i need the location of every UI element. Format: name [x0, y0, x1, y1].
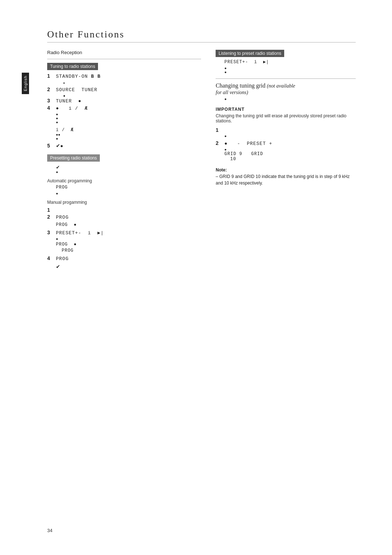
manual-step-3-row: 3 PRESET+- i ▶|	[47, 230, 201, 236]
listening-dot-1: ●	[224, 66, 356, 70]
important-label: IMPORTANT	[216, 107, 356, 112]
auto-prog-section: Automatic progamming PROG ●	[47, 178, 201, 195]
two-column-layout: Radio Reception Tuning to radio stations…	[47, 50, 356, 270]
manual-step-3-dot: ●	[56, 237, 201, 241]
grid-step-2-content: ● - PRESET +	[224, 141, 356, 146]
note-label: Note:	[216, 167, 356, 173]
divider-right-1	[216, 78, 356, 79]
changing-tuning-section: Changing tuning grid (not availablefor a…	[216, 82, 356, 101]
manual-step-3-num: 3	[47, 230, 56, 235]
listening-bullets: ● ●	[216, 66, 356, 74]
step-4-num: 4	[47, 105, 56, 111]
step-4-dot2-1: ●●	[56, 133, 201, 137]
page-title: Other Functions	[47, 29, 356, 42]
grid-step-2-bullet: ●	[216, 147, 356, 151]
listening-cmd: PRESET+- i ▶|	[216, 59, 356, 65]
step-4-dot-1: ●	[56, 112, 201, 116]
divider-1	[47, 59, 201, 59]
step-4-dot2-2: ●	[56, 137, 201, 141]
grid-step-1-num: 1	[216, 127, 224, 133]
manual-step-3-sub1: PROG ●	[47, 241, 201, 247]
grid-step-2-dot: ●	[224, 147, 356, 151]
grid-step-1-dot: ●	[224, 134, 356, 138]
manual-step-3-sub1-text: PROG ●	[56, 242, 77, 247]
manual-prog-label: Manual progamming	[47, 200, 201, 205]
auto-prog-bullet: ●	[47, 191, 201, 195]
step-4-content: ● i / Æ	[56, 106, 201, 111]
step-2-content: SOURCE TUNER	[56, 87, 201, 93]
presetting-bullets: ✔ ●	[47, 165, 201, 174]
manual-step-2-sub-text: PROG ●	[56, 222, 77, 227]
right-column: Listening to preset radio stations PRESE…	[216, 50, 356, 270]
step-3-content: TUNER ●	[56, 98, 201, 104]
note-section: Note: – GRID 9 and GRID 10 indicate that…	[216, 167, 356, 186]
heading-tuning: Tuning to radio stations	[47, 63, 98, 70]
step-1-num: 1	[47, 73, 56, 79]
grid-step-2-sub: GRID 9 GRID	[216, 151, 356, 157]
manual-prog-section: Manual progamming 1 2 PROG PROG ● 3	[47, 200, 201, 270]
page-container: English Other Functions Radio Reception …	[0, 0, 392, 555]
step-4-bullets2: ●● ●	[47, 133, 201, 141]
step-4-row: 4 ● i / Æ	[47, 105, 201, 111]
manual-step-3-bullet: ●	[47, 237, 201, 241]
step-5-content: ✔●	[56, 143, 201, 149]
manual-step-4-row: 4 PROG	[47, 255, 201, 262]
final-check-symbol: ✔	[56, 264, 60, 270]
presetting-dot: ●	[56, 170, 201, 174]
important-section: IMPORTANT Changing the tuning grid will …	[216, 107, 356, 123]
manual-step-4-content: PROG	[56, 256, 201, 262]
heading-changing-tuning: Changing tuning grid (not availablefor a…	[216, 82, 356, 96]
grid-cmd-1: GRID 9 GRID	[224, 151, 263, 157]
language-tab: English	[22, 73, 29, 94]
step-5-row: 5 ✔●	[47, 143, 201, 149]
important-text: Changing the tuning grid will erase all …	[216, 113, 356, 123]
listening-dot-2: ●	[224, 70, 356, 74]
heading-presetting: Presetting radio stations	[47, 154, 100, 162]
step-3-row: 3 TUNER ●	[47, 98, 201, 104]
step-1-bullet	[47, 80, 201, 85]
grid-step-1-row: 1	[216, 127, 356, 133]
note-text: – GRID 9 and GRID 10 indicate that the t…	[216, 173, 356, 186]
step-4-dot-2: ●	[56, 116, 201, 120]
manual-step-4-num: 4	[47, 255, 56, 261]
step-5-num: 5	[47, 143, 56, 149]
grid-step-1-content	[224, 127, 356, 133]
step-4-extra-cmd: i / Æ	[56, 127, 74, 133]
manual-step-1-content	[56, 207, 201, 213]
step-1-bullet-1	[63, 80, 201, 85]
auto-prog-label: Automatic progamming	[47, 178, 201, 183]
grid-step-1-bullet: ●	[216, 134, 356, 138]
grid-cmd-2: 10	[230, 157, 236, 162]
grid-step-2-row: 2 ● - PRESET +	[216, 140, 356, 146]
left-column: Radio Reception Tuning to radio stations…	[47, 50, 201, 270]
step-2-row: 2 SOURCE TUNER	[47, 86, 201, 93]
step-2-bullet: ●	[47, 94, 201, 98]
page-number: 34	[47, 528, 52, 533]
changing-bullet: ●	[216, 97, 356, 101]
section-radio-reception: Radio Reception	[47, 50, 201, 55]
auto-prog-cmd: PROG	[47, 185, 201, 190]
changing-dot: ●	[224, 97, 356, 101]
step-1-row: 1 STANDBY-ON B B	[47, 73, 201, 79]
step-3-num: 3	[47, 98, 56, 104]
manual-step-2-content: PROG	[56, 215, 201, 220]
presetting-section: Presetting radio stations ✔ ●	[47, 154, 201, 174]
heading-listening: Listening to preset radio stations	[216, 50, 284, 57]
manual-step-2-sub: PROG ●	[47, 221, 201, 227]
manual-step-3-sub2-text: PROG	[62, 248, 74, 253]
manual-step-2-num: 2	[47, 214, 56, 220]
step-2-num: 2	[47, 86, 56, 92]
auto-prog-dot: ●	[56, 191, 201, 195]
manual-step-2-row: 2 PROG	[47, 214, 201, 220]
step-1-content: STANDBY-ON B B	[56, 74, 201, 79]
step-4-dot-3: ●	[56, 120, 201, 124]
grid-step-2-sub2: 10	[216, 157, 356, 162]
manual-step-1-num: 1	[47, 207, 56, 213]
presetting-check: ✔	[56, 165, 201, 170]
manual-step-3-sub2: PROG	[47, 247, 201, 253]
step-2-dot: ●	[56, 94, 201, 98]
step-4-bullets: ● ● ●	[47, 112, 201, 124]
manual-step-3-content: PRESET+- i ▶|	[56, 230, 201, 236]
grid-step-2-num: 2	[216, 140, 224, 146]
step-4-extra: i / Æ	[47, 126, 201, 133]
